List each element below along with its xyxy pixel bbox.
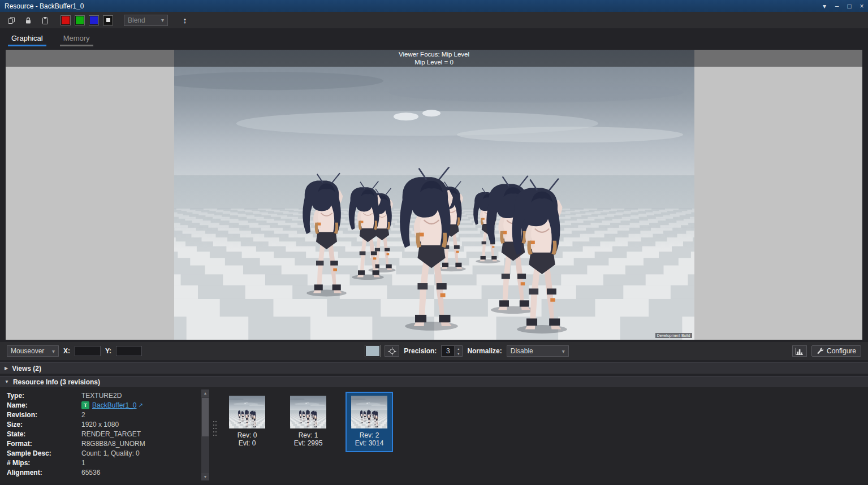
prop-value: R8G8B8A8_UNORM [81, 440, 145, 448]
prop-value: Count: 1, Quality: 0 [81, 449, 140, 457]
pixel-mode-select[interactable]: Mouseover ▾ [7, 345, 59, 357]
x-coordinate-input[interactable] [75, 346, 101, 356]
splitter-handle[interactable] [213, 421, 218, 449]
event-label: Evt: 0 [239, 439, 256, 447]
precision-label: Precision: [404, 347, 437, 355]
normalize-value: Disable [511, 347, 533, 355]
expanded-arrow-icon: ▼ [5, 379, 9, 384]
toolbar: Blend ▾ ↕ [0, 12, 868, 28]
resource-info-panel: Type: TEXTURE2D Name: T BackBuffer1_0 ↗ … [0, 387, 868, 483]
view-tabs: Graphical Memory [0, 28, 868, 46]
external-link-icon: ↗ [139, 402, 143, 408]
texture-viewer[interactable]: Development Build Viewer Focus: Mip Leve… [6, 50, 862, 340]
viewer-focus-overlay: Viewer Focus: Mip Level Mip Level = 0 [6, 50, 862, 67]
development-build-watermark: Development Build [655, 333, 692, 338]
resource-window: Resource - BackBuffer1_0 ▾ – □ × [0, 0, 868, 485]
resource-info-section-title: Resource Info (3 revisions) [13, 378, 100, 386]
red-channel-toggle[interactable] [61, 16, 70, 25]
prop-row-state: State: RENDER_TARGET [7, 429, 197, 439]
views-section-title: Views (2) [12, 365, 41, 373]
configure-button[interactable]: Configure [811, 345, 861, 357]
revision-thumbnails: Rev: 0 Evt: 0 Rev: 1 Evt: 2995 Rev: 2 Ev… [223, 392, 393, 452]
y-coordinate-input[interactable] [116, 346, 142, 356]
prop-value: 1 [81, 459, 85, 467]
prop-value: 1920 x 1080 [81, 421, 119, 428]
configure-label: Configure [827, 347, 856, 355]
spinner-up-icon[interactable]: ▴ [455, 346, 462, 351]
viewer-config-group: Configure [792, 345, 861, 357]
prop-label: Type: [7, 392, 81, 400]
scroll-down-icon[interactable]: ▼ [201, 473, 209, 480]
views-section-header[interactable]: ▶ Views (2) [0, 362, 868, 374]
revision-label: Rev: 2 [360, 431, 379, 439]
window-controls: ▾ – □ × [818, 0, 868, 12]
save-clipboard-button[interactable] [38, 14, 52, 27]
event-label: Evt: 2995 [294, 439, 323, 447]
blend-label: Blend [128, 16, 145, 24]
dock-menu-icon[interactable]: ▾ [818, 0, 831, 12]
tab-graphical[interactable]: Graphical [8, 31, 46, 46]
tab-memory[interactable]: Memory [60, 31, 93, 46]
prop-value: 2 [81, 411, 85, 419]
wrench-icon [817, 348, 824, 355]
resource-info-section-header[interactable]: ▼ Resource Info (3 revisions) [0, 376, 868, 387]
close-icon[interactable]: × [856, 0, 868, 12]
prop-row-type: Type: TEXTURE2D [7, 391, 197, 400]
blend-mode-select[interactable]: Blend ▾ [124, 15, 168, 26]
rendered-scene [174, 50, 694, 340]
channel-toggles [61, 16, 113, 25]
revision-label: Rev: 0 [237, 431, 257, 439]
viewer-focus-line2: Mip Level = 0 [414, 58, 454, 66]
prop-value: 65536 [81, 469, 100, 477]
precision-input[interactable] [442, 346, 454, 356]
titlebar[interactable]: Resource - BackBuffer1_0 ▾ – □ × [0, 0, 868, 12]
minimize-icon[interactable]: – [831, 0, 843, 12]
prop-label: Revision: [7, 411, 81, 419]
display-settings-group: Precision: ▴ ▾ Normalize: Disable ▾ [365, 345, 568, 357]
pixel-crosshair-button[interactable] [385, 345, 399, 357]
alpha-icon [106, 18, 110, 22]
viewer-focus-line1: Viewer Focus: Mip Level [399, 50, 469, 58]
maximize-icon[interactable]: □ [843, 0, 856, 12]
clipboard-icon [41, 16, 49, 24]
resource-properties: Type: TEXTURE2D Name: T BackBuffer1_0 ↗ … [7, 391, 197, 478]
resource-name-link[interactable]: BackBuffer1_0 [92, 401, 137, 409]
texture-resource-icon: T [81, 401, 89, 409]
viewer-controls-bar: Mouseover ▾ X: Y: Precision: ▴ ▾ [0, 342, 868, 360]
prop-label: Alignment: [7, 469, 81, 477]
precision-stepper[interactable]: ▴ ▾ [441, 345, 463, 357]
spinner-down-icon[interactable]: ▾ [455, 351, 462, 356]
blue-channel-toggle[interactable] [89, 16, 98, 25]
pixel-mode-value: Mouseover [11, 347, 44, 355]
texture-image[interactable]: Development Build [174, 50, 694, 340]
copy-icon [7, 16, 15, 24]
y-label: Y: [105, 347, 111, 355]
crosshair-icon [388, 347, 396, 356]
collapsed-arrow-icon: ▶ [5, 366, 8, 371]
tab-graphical-label: Graphical [11, 34, 43, 42]
histogram-icon [795, 347, 804, 356]
picked-color-swatch[interactable] [365, 345, 380, 357]
scrollbar-thumb[interactable] [202, 398, 209, 436]
revision-thumbnail-2-selected[interactable]: Rev: 2 Evt: 3014 [346, 392, 393, 452]
revision-0-image [229, 396, 265, 428]
normalize-select[interactable]: Disable ▾ [507, 345, 569, 357]
revision-label: Rev: 1 [299, 431, 318, 439]
caret-down-icon: ▾ [562, 348, 565, 354]
green-channel-toggle[interactable] [75, 16, 84, 25]
revision-thumbnail-0[interactable]: Rev: 0 Evt: 0 [223, 392, 271, 452]
revision-thumbnail-1[interactable]: Rev: 1 Evt: 2995 [284, 392, 332, 452]
event-label: Evt: 3014 [355, 439, 384, 447]
normalize-label: Normalize: [467, 347, 502, 355]
prop-label: State: [7, 430, 81, 438]
flip-vertical-button[interactable]: ↕ [178, 14, 192, 27]
scroll-up-icon[interactable]: ▲ [201, 389, 209, 397]
prop-label: Sample Desc: [7, 449, 81, 457]
pixel-inspect-group: Mouseover ▾ X: Y: [7, 345, 142, 357]
histogram-button[interactable] [792, 345, 807, 357]
alpha-channel-toggle[interactable] [103, 16, 113, 25]
copy-resource-button[interactable] [5, 14, 18, 27]
properties-scrollbar[interactable]: ▲ ▼ [201, 389, 209, 480]
prop-row-size: Size: 1920 x 1080 [7, 419, 197, 429]
lock-button[interactable] [21, 14, 35, 27]
